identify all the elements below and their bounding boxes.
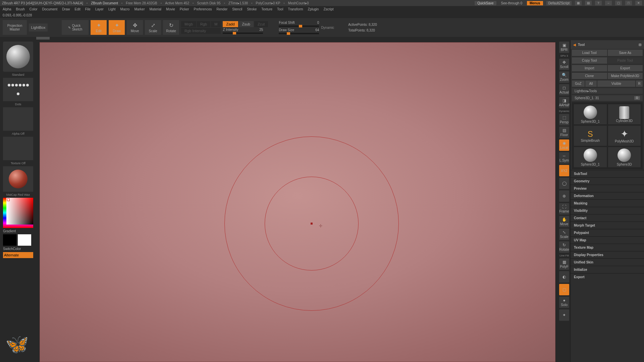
tool-thumb-sphere2[interactable]: Sphere3D_1 — [574, 147, 607, 167]
dynamic-toggle[interactable]: Dynamic — [321, 26, 334, 29]
make-polymesh-button[interactable]: Make PolyMesh3D — [608, 73, 643, 79]
menu-texture[interactable]: Texture — [261, 7, 272, 11]
quicksketch-button[interactable]: ✎ QuickSketch — [62, 20, 89, 35]
scroll-button[interactable]: ✥Scroll — [559, 59, 569, 70]
edit-button[interactable]: ✦Edit — [91, 20, 107, 35]
lightbox-tools-button[interactable]: Lightbox▸Tools — [572, 88, 643, 94]
menu-layer[interactable]: Layer — [95, 7, 104, 11]
menus-button[interactable]: Menus — [527, 1, 543, 5]
target-button[interactable]: ⊕ — [559, 190, 569, 202]
projection-master-button[interactable]: ProjectionMaster — [3, 20, 27, 35]
zcut-button[interactable]: Zcut — [254, 21, 268, 27]
restore-icon[interactable]: ▢ — [615, 1, 622, 5]
texture-thumbnail[interactable] — [3, 137, 33, 160]
win-icon-2[interactable]: ▤ — [585, 1, 592, 5]
draw-size-slider[interactable]: Draw Size64 — [279, 28, 319, 34]
bpr-button[interactable]: ▣BPR — [559, 42, 569, 53]
m-button[interactable]: M — [211, 21, 221, 27]
local-button[interactable]: ◉Local — [559, 139, 569, 151]
quicksave-button[interactable]: QuickSave — [475, 1, 496, 5]
panel-arrow-icon[interactable]: ◀ — [573, 43, 576, 47]
rgb-intensity[interactable]: Rgb Intensity — [181, 28, 221, 34]
tool-thumb-cylinder[interactable]: Cylinder3D — [608, 104, 641, 124]
viewport-canvas[interactable]: ✢ — [40, 42, 555, 362]
solo-button[interactable]: ●Solo — [559, 297, 569, 308]
menu-file[interactable]: File — [85, 7, 91, 11]
menu-marker[interactable]: Marker — [134, 7, 145, 11]
spix-label[interactable]: SPix 3 — [560, 54, 568, 57]
polyf-button[interactable]: ▦PolyF — [559, 258, 569, 270]
menu-stencil[interactable]: Stencil — [232, 7, 242, 11]
focal-shift-slider[interactable]: Focal Shift0 — [279, 21, 319, 27]
menu-stroke[interactable]: Stroke — [247, 7, 257, 11]
draw-button[interactable]: ✦Draw — [109, 20, 125, 35]
brush-thumbnail[interactable] — [3, 42, 33, 72]
clone-button[interactable]: Clone — [572, 73, 607, 79]
maximize-icon[interactable]: □ — [625, 1, 632, 5]
transp-button[interactable]: ◐ — [559, 271, 569, 283]
menu-brush[interactable]: Brush — [16, 7, 25, 11]
switchcolor-button[interactable]: SwitchColor — [3, 247, 33, 251]
menu-macro[interactable]: Macro — [120, 7, 130, 11]
menu-movie[interactable]: Movie — [166, 7, 175, 11]
subpalette-polypaint[interactable]: Polypaint — [571, 229, 644, 236]
alpha-thumbnail[interactable] — [3, 107, 33, 131]
scale-nav-button[interactable]: ⤡Scale — [559, 229, 569, 240]
export-button[interactable]: Export — [608, 65, 643, 71]
menu-picker[interactable]: Picker — [180, 7, 189, 11]
import-button[interactable]: Import — [572, 65, 607, 71]
help-icon[interactable]: ? — [595, 1, 602, 5]
menu-transform[interactable]: Transform — [288, 7, 303, 11]
subpalette-displayproperties[interactable]: Display Properties — [571, 251, 644, 258]
xyz-button[interactable]: XYZ — [559, 165, 569, 176]
goz-all-button[interactable]: All — [585, 80, 597, 87]
goz-button[interactable]: GoZ — [572, 80, 585, 87]
goz-r-button[interactable]: R — [636, 80, 643, 87]
subpalette-export[interactable]: Export — [571, 273, 644, 281]
panel-close-icon[interactable]: ⊟ — [639, 43, 641, 47]
minimize-icon[interactable]: – — [605, 1, 612, 5]
zoom-button[interactable]: 🔍Zoom — [559, 71, 569, 83]
subpalette-preview[interactable]: Preview — [571, 185, 644, 192]
goz-visible-button[interactable]: Visible — [597, 80, 635, 87]
lsym-button[interactable]: ↔L.Sym — [559, 152, 569, 164]
zadd-button[interactable]: Zadd — [223, 21, 238, 27]
xpose-button[interactable]: ✦ — [559, 309, 569, 321]
paste-tool-button[interactable]: Paste Tool — [608, 57, 643, 64]
scale-button[interactable]: ⤢Scale — [145, 20, 161, 35]
move-nav-button[interactable]: ✋Move — [559, 216, 569, 227]
rotate-button[interactable]: ↻Rotate — [163, 20, 179, 35]
tool-thumb-sphere[interactable]: Sphere3D_1 — [574, 104, 607, 124]
menu-edit[interactable]: Edit — [75, 7, 80, 11]
ghost-button[interactable]: ▢ — [559, 284, 569, 295]
actual-button[interactable]: ◻Actual — [559, 84, 569, 96]
floor-button[interactable]: ▤Floor — [559, 127, 569, 138]
load-tool-button[interactable]: Load Tool — [572, 50, 607, 56]
menu-preferences[interactable]: Preferences — [194, 7, 212, 11]
subpalette-unifiedskin[interactable]: Unified Skin — [571, 258, 644, 266]
tool-name-field[interactable]: Sphere3D_1. 31R — [572, 95, 643, 101]
subpalette-deformation[interactable]: Deformation — [571, 192, 644, 199]
tool-thumb-polymesh[interactable]: ✦PolyMesh3D — [608, 126, 641, 146]
subpalette-contact[interactable]: Contact — [571, 214, 644, 222]
stroke-thumbnail[interactable] — [3, 78, 33, 101]
menu-zplugin[interactable]: Zplugin — [308, 7, 319, 11]
aahalf-button[interactable]: ◨AAHalf — [559, 97, 569, 108]
default-zscript[interactable]: DefaultZScript — [546, 1, 572, 5]
z-intensity-slider[interactable]: Z Intensity25 — [223, 28, 263, 34]
move-button[interactable]: ✥Move — [127, 20, 143, 35]
menu-document[interactable]: Document — [42, 7, 58, 11]
menu-material[interactable]: Material — [150, 7, 162, 11]
menu-draw[interactable]: Draw — [62, 7, 70, 11]
persp-button[interactable]: ⬚Persp — [559, 114, 569, 125]
rgb-button[interactable]: Rgb — [197, 21, 210, 27]
menu-color[interactable]: Color — [30, 7, 38, 11]
menu-alpha[interactable]: Alpha — [3, 7, 11, 11]
subpalette-subtool[interactable]: SubTool — [571, 170, 644, 177]
alternate-button[interactable]: Alternate — [3, 252, 33, 258]
material-thumbnail[interactable] — [3, 166, 33, 192]
save-as-button[interactable]: Save As — [608, 50, 643, 56]
secondary-color-swatch[interactable] — [3, 234, 16, 246]
subpalette-morphtarget[interactable]: Morph Target — [571, 222, 644, 229]
primary-color-swatch[interactable] — [18, 234, 31, 246]
